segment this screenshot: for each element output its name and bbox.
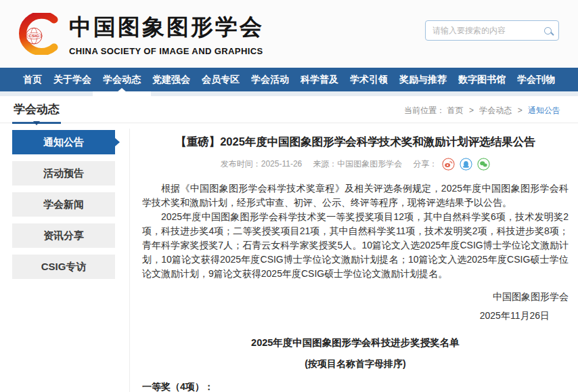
- search-icon[interactable]: [544, 27, 552, 35]
- site-title: 中国图象图形学会: [69, 12, 264, 43]
- nav-item-about[interactable]: 关于学会: [51, 68, 94, 91]
- breadcrumb-separator: >: [518, 106, 523, 115]
- nav-item-awards[interactable]: 奖励与推荐: [397, 68, 449, 91]
- nav-item-academic-leading[interactable]: 学术引领: [347, 68, 391, 91]
- signature-date: 2025年11月26日: [142, 310, 569, 322]
- logo[interactable]: CSIG 中国图象图形学会 CHINA SOCIETY OF IMAGE AND…: [16, 12, 264, 56]
- main-nav: 首页 关于学会 学会动态 党建强会 会员专区 学会活动 科学普及 学术引领 奖励…: [0, 68, 578, 91]
- award-tier: 一等奖（4项）：: [142, 381, 569, 392]
- share-label: 分享：: [413, 158, 437, 170]
- nav-item-membership[interactable]: 会员专区: [199, 68, 242, 91]
- breadcrumb-separator: >: [469, 106, 474, 115]
- nav-item-science-popularization[interactable]: 科学普及: [298, 68, 341, 91]
- sidebar-item-notices[interactable]: 通知公告: [12, 130, 115, 154]
- nav-item-digital-library[interactable]: 数字图书馆: [455, 68, 508, 91]
- article-title: 【重磅】2025年度中国图象图形学会科学技术奖和激励计划评选结果公告: [142, 134, 569, 150]
- site-subtitle: CHINA SOCIETY OF IMAGE AND GRAPHICS: [69, 46, 264, 56]
- qq-share-icon[interactable]: [460, 158, 472, 171]
- search-box[interactable]: [425, 20, 559, 41]
- logo-text: 中国图象图形学会 CHINA SOCIETY OF IMAGE AND GRAP…: [69, 12, 264, 56]
- site-header: CSIG 中国图象图形学会 CHINA SOCIETY OF IMAGE AND…: [0, 0, 578, 68]
- nav-item-journals[interactable]: 学会刊物: [514, 68, 558, 91]
- article-paragraph: 根据《中国图象图形学会科学技术奖章程》及相关评选条例规定，2025年度中国图象图…: [142, 181, 569, 210]
- breadcrumb-home[interactable]: 首页: [447, 106, 464, 115]
- sidebar: 通知公告 活动预告 学会新闻 资讯分享 CSIG专访: [12, 129, 115, 392]
- breadcrumb-prefix: 当前位置：: [404, 106, 445, 115]
- award-list-heading: 2025年度中国图象图形学会科技进步奖授奖名单: [142, 336, 569, 349]
- nav-item-activities[interactable]: 学会活动: [248, 68, 292, 91]
- weibo-share-icon[interactable]: [442, 158, 455, 171]
- breadcrumb-notices[interactable]: 通知公告: [528, 106, 560, 115]
- article-paragraph: 2025年度中国图象图形学会科学技术奖一等奖授奖项目12项，其中自然科学奖6项，…: [142, 210, 569, 281]
- article-meta: 发布时间：2025-11-26 来源：中国图象图形学会 分享：: [142, 158, 569, 171]
- award-list-subheading: (按项目名称首字母排序): [142, 358, 569, 370]
- nav-item-party-building[interactable]: 党建强会: [150, 68, 193, 91]
- logo-badge-text: CSIG: [29, 33, 39, 38]
- page-title: 学会动态: [12, 102, 61, 124]
- breadcrumb-society-news[interactable]: 学会动态: [479, 106, 512, 115]
- sidebar-item-society-news[interactable]: 学会新闻: [12, 192, 115, 217]
- article-source: 来源：中国图象图形学会: [313, 158, 402, 170]
- sidebar-item-event-preview[interactable]: 活动预告: [12, 161, 115, 186]
- sidebar-item-info-share[interactable]: 资讯分享: [12, 223, 115, 248]
- csig-logo-icon: CSIG: [16, 13, 61, 55]
- wechat-share-icon[interactable]: [477, 158, 490, 171]
- share-group: 分享：: [413, 158, 490, 171]
- breadcrumb: 当前位置： 首页 > 学会动态 > 通知公告: [404, 105, 560, 123]
- nav-item-home[interactable]: 首页: [20, 68, 45, 91]
- article: 【重磅】2025年度中国图象图形学会科学技术奖和激励计划评选结果公告 发布时间：…: [129, 129, 569, 392]
- signature-org: 中国图象图形学会: [142, 291, 569, 303]
- content-area: 通知公告 活动预告 学会新闻 资讯分享 CSIG专访 【重磅】2025年度中国图…: [0, 123, 578, 392]
- search-input[interactable]: [432, 26, 544, 35]
- nav-underlay: [0, 91, 578, 96]
- section-bar: 学会动态 当前位置： 首页 > 学会动态 > 通知公告: [0, 96, 578, 123]
- sidebar-item-csig-interview[interactable]: CSIG专访: [12, 255, 115, 279]
- nav-item-society-news[interactable]: 学会动态: [100, 68, 143, 91]
- publish-date: 发布时间：2025-11-26: [221, 158, 303, 170]
